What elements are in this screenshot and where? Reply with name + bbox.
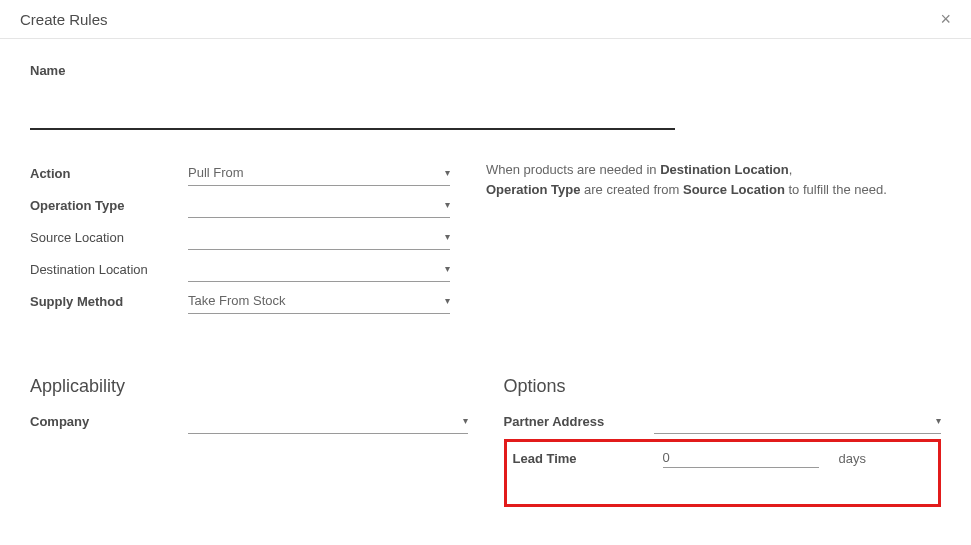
source-location-label: Source Location [30,230,188,245]
caret-down-icon: ▾ [445,199,450,210]
options-title: Options [504,376,942,397]
source-location-value [188,235,441,239]
caret-down-icon: ▾ [936,415,941,426]
partner-address-label: Partner Address [504,414,654,429]
hint-bold-destination: Destination Location [660,162,789,177]
destination-location-select[interactable]: ▾ [188,256,450,282]
partner-address-select[interactable]: ▾ [654,408,942,434]
operation-type-select[interactable]: ▾ [188,192,450,218]
hint-panel: When products are needed in Destination … [486,160,941,320]
caret-down-icon: ▾ [445,263,450,274]
operation-type-value [188,203,441,207]
caret-down-icon: ▾ [445,295,450,306]
lead-time-label: Lead Time [513,451,663,466]
destination-location-label: Destination Location [30,262,188,277]
source-location-select[interactable]: ▾ [188,224,450,250]
supply-method-select[interactable]: Take From Stock ▾ [188,288,450,314]
action-value: Pull From [188,163,441,182]
name-label: Name [30,63,941,78]
create-rules-modal: Create Rules × Name Action Pull From ▾ O… [0,0,971,545]
hint-text: are created from [580,182,683,197]
lead-time-unit: days [839,451,866,466]
modal-header: Create Rules × [0,0,971,39]
caret-down-icon: ▾ [463,415,468,426]
destination-location-value [188,267,441,271]
hint-text: , [789,162,793,177]
lead-time-highlight: Lead Time days [504,439,942,507]
caret-down-icon: ▾ [445,167,450,178]
hint-text: to fulfill the need. [785,182,887,197]
modal-body: Name Action Pull From ▾ Operation Type ▾ [0,39,971,527]
applicability-section: Applicability Company ▾ [30,376,468,507]
caret-down-icon: ▾ [445,231,450,242]
hint-bold-optype: Operation Type [486,182,580,197]
supply-method-value: Take From Stock [188,291,441,310]
operation-type-label: Operation Type [30,198,188,213]
modal-title: Create Rules [20,11,108,28]
action-label: Action [30,166,188,181]
name-input[interactable] [30,106,675,130]
close-icon[interactable]: × [940,10,951,28]
lead-time-input[interactable] [663,448,819,468]
company-label: Company [30,414,188,429]
partner-address-value [654,419,933,423]
company-value [188,419,459,423]
company-select[interactable]: ▾ [188,408,468,434]
left-column: Action Pull From ▾ Operation Type ▾ Sour… [30,160,450,320]
options-section: Options Partner Address ▾ Lead Time days [504,376,942,507]
action-select[interactable]: Pull From ▾ [188,160,450,186]
supply-method-label: Supply Method [30,294,188,309]
hint-text: When products are needed in [486,162,660,177]
hint-bold-source: Source Location [683,182,785,197]
applicability-title: Applicability [30,376,468,397]
